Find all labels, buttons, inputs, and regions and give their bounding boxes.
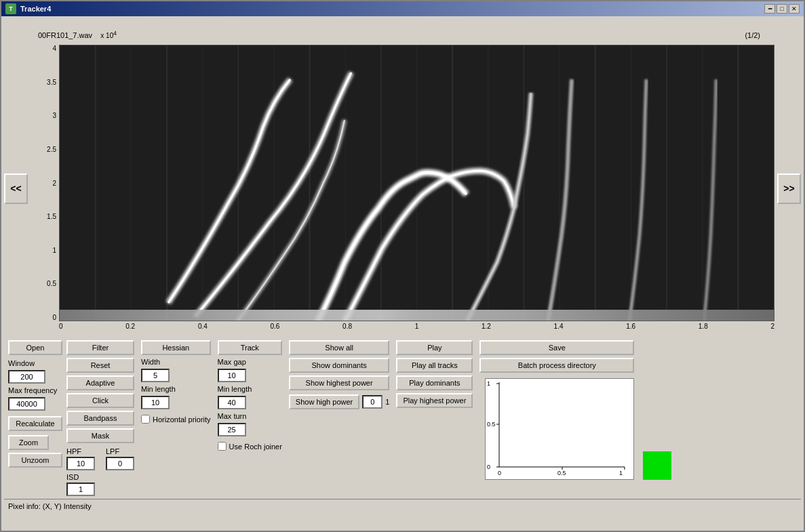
spectrogram-display[interactable] [59,45,774,321]
main-window: T Tracker4 ━ □ ✕ 00FR101_7.wav x 104 (1/… [0,0,805,532]
svg-text:1: 1 [619,470,623,476]
zoom-button[interactable]: Zoom [8,435,49,450]
lpf-label: LPF [106,447,134,455]
prev-button[interactable]: << [4,173,28,204]
bandpass-button[interactable]: Bandpass [66,411,134,426]
y-axis: 0 0.5 1 1.5 2 2.5 3 3.5 4 [31,45,59,321]
roch-joiner-checkbox[interactable] [218,442,227,451]
max-gap-input[interactable] [218,369,246,382]
main-area: << 0 0.5 1 1.5 2 2.5 3 3.5 4 [4,39,801,337]
batch-process-button[interactable]: Batch process directory [479,358,634,373]
content-area: 00FR101_7.wav x 104 (1/2) << 0 0.5 1 1.5… [1,16,804,531]
max-freq-input[interactable] [8,397,45,411]
width-label: Width [141,358,211,366]
max-turn-input[interactable] [218,423,246,436]
mask-button[interactable]: Mask [66,428,134,443]
min-length-track-input[interactable] [218,396,246,409]
window-controls: ━ □ ✕ [764,4,800,14]
minimize-button[interactable]: ━ [764,4,775,14]
filename: 00FR101_7.wav [38,31,92,39]
maximize-button[interactable]: □ [777,4,787,14]
hessian-button[interactable]: Hessian [141,340,211,355]
file-info: 00FR101_7.wav x 104 [38,30,117,39]
status-text: Pixel info: (X, Y) Intensity [8,502,92,510]
svg-text:1: 1 [487,380,490,387]
horizontal-priority-label: Horizontal priority [153,415,211,424]
mini-chart: 0 0.5 1 0 0.5 1 [485,378,634,480]
next-button[interactable]: >> [777,173,801,204]
svg-text:0.5: 0.5 [557,470,566,476]
show-highest-power-button[interactable]: Show highest power [289,375,390,390]
reset-button[interactable]: Reset [66,358,134,373]
spectrogram-svg [60,45,774,321]
window-title: Tracker4 [20,5,51,13]
x-axis: 0 0.2 0.4 0.6 0.8 1 1.2 1.4 1.6 1.8 2 [59,323,774,337]
show-dominants-button[interactable]: Show dominants [289,358,390,373]
play-highest-power-button[interactable]: Play highest power [396,393,473,408]
show-high-power-max: 1 [385,398,389,406]
status-bar: Pixel info: (X, Y) Intensity [4,499,801,512]
yaxis-label: x 104 [100,32,117,39]
chart-svg: 0 0.5 1 0 0.5 1 [486,379,633,479]
isd-input[interactable] [66,483,95,496]
play-all-tracks-button[interactable]: Play all tracks [396,358,473,373]
max-gap-label: Max gap [218,358,282,366]
show-all-button[interactable]: Show all [289,340,390,355]
title-bar: T Tracker4 ━ □ ✕ [1,1,804,16]
svg-text:0.5: 0.5 [487,421,496,428]
green-indicator [643,451,671,480]
page-indicator: (1/2) [745,31,760,39]
min-length-track-label: Min length [218,385,282,393]
show-high-power-button[interactable]: Show high power [289,394,359,409]
title-bar-left: T Tracker4 [5,3,51,14]
filter-button[interactable]: Filter [66,340,134,355]
open-button[interactable]: Open [8,340,62,355]
top-info-bar: 00FR101_7.wav x 104 (1/2) [4,19,801,39]
width-input[interactable] [141,369,170,382]
max-freq-label: Max frequency [8,386,62,394]
chart-panel: 0 0.5 1 0 0.5 1 [479,378,634,480]
controls-panel: Open Window Max frequency Recalculate Zo… [4,337,801,499]
play-button[interactable]: Play [396,340,473,355]
isd-label: ISD [66,473,134,481]
max-turn-label: Max turn [218,412,282,420]
click-button[interactable]: Click [66,393,134,408]
app-icon: T [5,3,16,14]
track-button[interactable]: Track [218,340,282,355]
svg-rect-23 [60,310,774,321]
save-button[interactable]: Save [479,340,634,355]
min-length-hessian-input[interactable] [141,396,170,409]
window-input[interactable] [8,370,45,384]
recalculate-button[interactable]: Recalculate [8,416,62,431]
svg-text:0: 0 [487,464,490,470]
unzoom-button[interactable]: Unzoom [8,453,62,468]
hpf-label: HPF [66,447,95,455]
svg-text:0: 0 [498,470,501,476]
window-label: Window [8,359,62,367]
min-length-hessian-label: Min length [141,385,211,393]
adaptive-button[interactable]: Adaptive [66,375,134,390]
close-button[interactable]: ✕ [789,4,800,14]
lpf-input[interactable] [106,457,134,470]
horizontal-priority-checkbox[interactable] [141,415,150,424]
hpf-input[interactable] [66,457,95,470]
roch-joiner-label: Use Roch joiner [229,443,282,451]
play-dominants-button[interactable]: Play dominants [396,375,473,390]
show-high-power-value[interactable] [362,395,382,409]
